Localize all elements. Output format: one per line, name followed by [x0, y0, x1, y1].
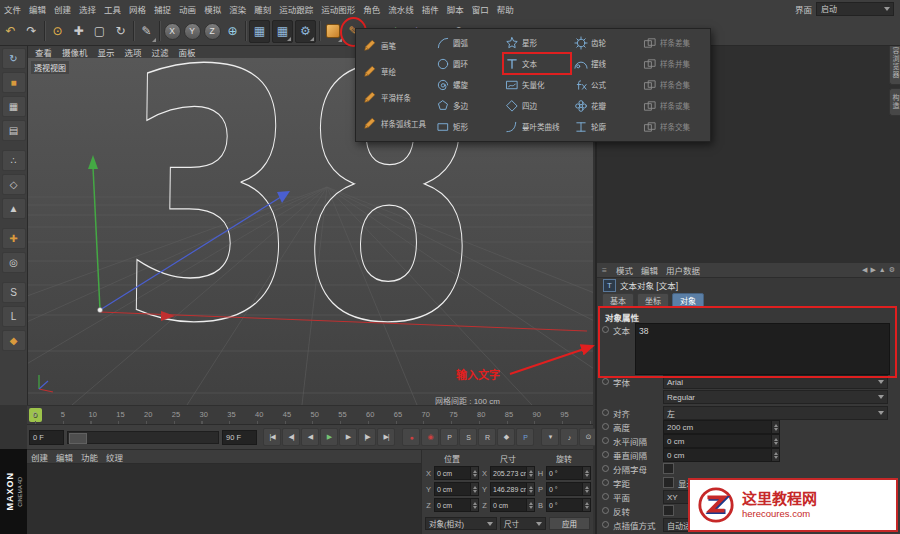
vertical-spacing-field[interactable]: 0 cm [663, 448, 780, 462]
menubar-item-18[interactable]: 帮助 [493, 3, 518, 15]
points-mode-icon[interactable]: ∴ [2, 150, 26, 171]
frame-tick-80[interactable]: 80 [477, 410, 485, 419]
redo-icon[interactable]: ↷ [21, 19, 42, 43]
lock-x-axis-icon[interactable]: X [162, 19, 182, 43]
frame-tick-15[interactable]: 15 [116, 410, 124, 419]
spinner[interactable] [470, 467, 478, 479]
spinner[interactable] [582, 499, 590, 511]
sound-toggle-button[interactable]: ♪ [560, 428, 578, 446]
attribute-menu-item-0[interactable]: 模式 [612, 264, 637, 276]
viewport-menu-item-3[interactable]: 选项 [120, 46, 147, 58]
render-settings-icon[interactable]: ⚙ [295, 20, 316, 43]
apply-button[interactable]: 应用 [549, 517, 590, 530]
frame-tick-75[interactable]: 75 [449, 410, 457, 419]
texture-mode-icon[interactable]: ▦ [2, 96, 26, 117]
menubar-item-7[interactable]: 动画 [175, 3, 200, 15]
selected-object-row[interactable]: T 文本对象 [文本] [597, 278, 900, 292]
viewport-menu-item-5[interactable]: 面板 [174, 46, 201, 58]
attribute-menu-item-2[interactable]: 用户数据 [662, 264, 704, 276]
render-picture-viewer-icon[interactable]: ▦ [272, 20, 293, 43]
menubar-item-6[interactable]: 捕捉 [150, 3, 175, 15]
flyout-item-cogwheel[interactable]: 齿轮 [572, 32, 640, 53]
frame-tick-50[interactable]: 50 [311, 410, 319, 419]
flyout-item-formula[interactable]: 公式 [572, 74, 640, 95]
frame-tick-55[interactable]: 55 [338, 410, 346, 419]
coord-field-位置-Z[interactable]: 0 cm [434, 498, 479, 512]
frame-tick-5[interactable]: 5 [61, 410, 65, 419]
record-rotation-button[interactable]: R [478, 428, 496, 446]
coord-mode-dropdown[interactable]: 对象(相对) [425, 517, 497, 530]
separate-letters-checkbox[interactable] [663, 463, 674, 474]
undo-icon[interactable]: ↶ [0, 19, 21, 43]
material-menu-item-0[interactable]: 创建 [27, 451, 52, 463]
flyout-item-cissoid[interactable]: 蔓叶类曲线 [503, 116, 571, 137]
render-view-icon[interactable]: ▦ [249, 20, 270, 43]
flyout-item-four-side[interactable]: 四边 [503, 95, 571, 116]
flyout-item-vectorizer[interactable]: 矢量化 [503, 74, 571, 95]
frame-tick-85[interactable]: 85 [505, 410, 513, 419]
menubar-item-10[interactable]: 雕刻 [250, 3, 275, 15]
spinner[interactable] [470, 499, 478, 511]
viewport-menu-item-2[interactable]: 显示 [93, 46, 120, 58]
axis-origin[interactable] [98, 308, 103, 313]
history-back-icon[interactable]: ◀ [862, 266, 867, 274]
spinner[interactable] [582, 467, 590, 479]
settings-icon[interactable]: ⚙ [889, 266, 895, 274]
prev-frame-button[interactable]: ◀ [301, 428, 319, 446]
menubar-item-2[interactable]: 创建 [50, 3, 75, 15]
edges-mode-icon[interactable]: ◇ [2, 174, 26, 195]
frame-tick-40[interactable]: 40 [255, 410, 263, 419]
viewport-menu-item-0[interactable]: 查看 [30, 46, 57, 58]
menubar-item-4[interactable]: 工具 [100, 3, 125, 15]
menubar-item-11[interactable]: 运动跟踪 [275, 3, 317, 15]
record-scale-button[interactable]: S [459, 428, 477, 446]
frame-tick-25[interactable]: 25 [172, 410, 180, 419]
goto-end-button[interactable]: ▶| [377, 428, 395, 446]
coordinate-system-icon[interactable]: ⊕ [222, 19, 243, 43]
timeline-ruler[interactable]: 0 05101520253035404550556065707580859095 [27, 405, 593, 425]
menubar-item-17[interactable]: 窗口 [468, 3, 493, 15]
scale-tool-icon[interactable]: ▢ [89, 19, 110, 43]
menubar-item-3[interactable]: 选择 [75, 3, 100, 15]
menubar-item-0[interactable]: 文件 [0, 3, 25, 15]
font-family-dropdown[interactable]: Arial [663, 375, 888, 389]
polygons-mode-icon[interactable]: ▲ [2, 198, 26, 219]
spinner[interactable] [526, 483, 534, 495]
make-editable-icon[interactable]: ↻ [2, 48, 26, 69]
side-tab-1[interactable]: 构造 [889, 88, 900, 116]
frame-tick-95[interactable]: 95 [560, 410, 568, 419]
frame-tick-20[interactable]: 20 [144, 410, 152, 419]
viewport-menu-item-4[interactable]: 过滤 [147, 46, 174, 58]
frame-tick-60[interactable]: 60 [366, 410, 374, 419]
history-forward-icon[interactable]: ▶ [870, 266, 875, 274]
flyout-item-text[interactable]: 文本 [503, 53, 571, 74]
frame-tick-0[interactable]: 0 [33, 410, 37, 419]
spinner[interactable] [526, 499, 534, 511]
spinner[interactable] [526, 467, 534, 479]
flyout-item-rectangle[interactable]: 矩形 [434, 116, 502, 137]
lock-workplane-icon[interactable]: L [2, 306, 26, 327]
coord-field-尺寸-Y[interactable]: 146.289 cm [490, 482, 535, 496]
coord-size-dropdown[interactable]: 尺寸 [500, 517, 546, 530]
live-selection-icon[interactable]: ⊙ [47, 19, 68, 43]
frame-end-field[interactable]: 90 F [222, 430, 257, 445]
reverse-checkbox[interactable] [663, 505, 674, 516]
flyout-item-star[interactable]: 星形 [503, 32, 571, 53]
flyout-item-circle[interactable]: 圆环 [434, 53, 502, 74]
frame-tick-65[interactable]: 65 [394, 410, 402, 419]
next-key-button[interactable]: |▶ [358, 428, 376, 446]
frame-tick-70[interactable]: 70 [422, 410, 430, 419]
autokey-button[interactable]: ◉ [421, 428, 439, 446]
record-pla-button[interactable]: P [516, 428, 534, 446]
menubar-item-8[interactable]: 模拟 [200, 3, 225, 15]
menubar-item-9[interactable]: 渲染 [225, 3, 250, 15]
playback-options-button[interactable]: ▾ [541, 428, 559, 446]
menubar-item-14[interactable]: 流水线 [384, 3, 418, 15]
lock-z-axis-icon[interactable]: Z [202, 19, 222, 43]
font-style-dropdown[interactable]: Regular [663, 390, 888, 404]
frame-start-field[interactable]: 0 F [29, 430, 64, 445]
flyout-item-cycloid[interactable]: 摆线 [572, 53, 640, 74]
flyout-item-flower[interactable]: 花瓣 [572, 95, 640, 116]
rotate-tool-icon[interactable]: ↻ [110, 19, 131, 43]
menubar-item-15[interactable]: 插件 [418, 3, 443, 15]
